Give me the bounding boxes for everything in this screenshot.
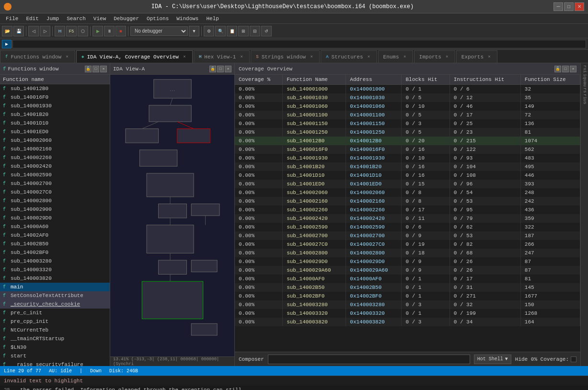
func-item[interactable]: fsub_140002060 <box>0 136 110 145</box>
func-item[interactable]: fsub_140002160 <box>0 145 110 153</box>
coverage-table-container[interactable]: Coverage % Function Name Address Blocks … <box>235 75 580 352</box>
ida-view-float-btn[interactable]: □ <box>217 66 224 72</box>
coverage-row[interactable]: 0.00% sub_140001250 0x140001250 0 / 5 0 … <box>235 128 580 137</box>
coverage-row[interactable]: 0.00% sub_140002060 0x140002060 0 / 8 0 … <box>235 188 580 197</box>
func-item[interactable]: fsub_140002700 <box>0 179 110 188</box>
tb-save-btn[interactable]: 💾 <box>13 26 24 36</box>
col-address[interactable]: Address <box>346 75 402 85</box>
func-item[interactable]: fpre_cpp_init <box>0 317 110 326</box>
composer-input[interactable] <box>268 355 470 364</box>
func-item[interactable]: fsub_14000A60 <box>0 222 110 231</box>
hot-shell-button[interactable]: Hot Shell ▼ <box>474 355 511 364</box>
func-item[interactable]: fsub_14002B50 <box>0 240 110 248</box>
func-item[interactable]: fsub_14001B20 <box>0 110 110 119</box>
tb-extra3[interactable]: 📋 <box>227 26 237 36</box>
tab-structures[interactable]: A Structures × <box>321 50 377 63</box>
func-item[interactable]: fsub_1400029D0 <box>0 214 110 222</box>
coverage-row[interactable]: 0.00% sub_14001ED0 0x14001ED0 0 / 15 0 /… <box>235 180 580 188</box>
func-item[interactable]: fsub_140002900 <box>0 205 110 214</box>
coverage-row[interactable]: 0.00% sub_140001930 0x140001930 0 / 10 0… <box>235 154 580 162</box>
minimize-button[interactable]: ─ <box>553 2 563 11</box>
coverage-row[interactable]: 0.00% sub_140002590 0x140002590 0 / 6 0 … <box>235 223 580 231</box>
tab-exports[interactable]: Exports × <box>456 50 497 63</box>
col-coverage-pct[interactable]: Coverage % <box>235 75 283 85</box>
menu-windows[interactable]: Windows <box>173 15 202 23</box>
tab-close-functions[interactable]: × <box>64 54 70 60</box>
tab-enums[interactable]: Enums × <box>378 50 413 63</box>
func-item[interactable]: fNtCurrentTeb <box>0 326 110 334</box>
tab-close-exports[interactable]: × <box>486 54 492 60</box>
tb-extra4[interactable]: ⊞ <box>238 26 249 36</box>
col-function-name[interactable]: Function Name <box>283 75 346 85</box>
func-item[interactable]: f__tmainCRTStartup <box>0 334 110 343</box>
tab-functions[interactable]: f Functions window × <box>0 50 75 63</box>
tb-hex-btn[interactable]: H <box>55 26 65 36</box>
tb-debugger-dropdown[interactable]: ▼ <box>189 26 199 36</box>
menu-edit[interactable]: Edit <box>22 15 42 23</box>
ida-graph-canvas[interactable]: ... <box>110 75 234 356</box>
menu-debugger[interactable]: Debugger <box>110 15 143 23</box>
func-item[interactable]: fsub_140001930 <box>0 102 110 110</box>
coverage-row[interactable]: 0.00% sub_140003820 0x140003820 0 / 3 0 … <box>235 318 580 326</box>
coverage-row[interactable]: 0.00% sub_140001000 0x140001000 0 / 1 0 … <box>235 85 580 93</box>
coverage-row[interactable]: 0.00% sub_14001D10 0x14001D10 0 / 16 0 /… <box>235 171 580 180</box>
coverage-lock-btn[interactable]: 🔓 <box>554 66 561 72</box>
menu-view[interactable]: View <box>90 15 110 23</box>
func-item[interactable]: fsub_14001ED0 <box>0 127 110 136</box>
tab-close-imports[interactable]: × <box>444 54 450 60</box>
ida-view-lock-btn[interactable]: 🔓 <box>209 66 216 72</box>
coverage-row[interactable]: 0.00% sub_1400016F0 0x1400016F0 0 / 16 0… <box>235 145 580 154</box>
functions-close-btn[interactable]: × <box>100 66 107 72</box>
tab-ida-view[interactable]: ◈ IDA View-A, Coverage Overview × <box>76 50 193 63</box>
tb-graph-btn[interactable]: ⬡ <box>78 26 88 36</box>
coverage-row[interactable]: 0.00% sub_140003320 0x140003320 0 / 1 0 … <box>235 309 580 318</box>
coverage-row[interactable]: 0.00% sub_140001030 0x140001030 0 / 5 0 … <box>235 93 580 102</box>
func-item[interactable]: f__raise_securityfailure <box>0 360 110 366</box>
tab-close-structures[interactable]: × <box>366 54 372 60</box>
func-item[interactable]: fsub_140016F0 <box>0 93 110 102</box>
tb-extra5[interactable]: ⊟ <box>250 26 260 36</box>
col-blocks-hit[interactable]: Blocks Hit <box>402 75 450 85</box>
coverage-close-btn[interactable]: × <box>570 66 576 72</box>
ida-view-close-btn[interactable]: × <box>225 66 231 72</box>
coverage-row[interactable]: 0.00% sub_1400029D0 0x1400029D0 0 / 9 0 … <box>235 257 580 266</box>
coverage-row[interactable]: 0.00% sub_140002260 0x140002260 0 / 17 0… <box>235 206 580 214</box>
coverage-row[interactable]: 0.00% sub_1400027C0 0x1400027C0 0 / 19 0… <box>235 240 580 249</box>
tb-extra1[interactable]: ⚙ <box>204 26 214 36</box>
tab-close-ida[interactable]: × <box>182 54 187 60</box>
tb-open-btn[interactable]: 📂 <box>2 26 12 36</box>
func-item[interactable]: fsub_140002260 <box>0 153 110 162</box>
coverage-row[interactable]: 0.00% sub_140002700 0x140002700 0 / 9 0 … <box>235 231 580 240</box>
coverage-row[interactable]: 0.00% sub_14001B20 0x14001B20 0 / 16 0 /… <box>235 162 580 171</box>
func-item[interactable]: fsub_140012B0 <box>0 84 110 93</box>
coverage-row[interactable]: 0.00% sub_140001060 0x140001060 0 / 10 0… <box>235 102 580 111</box>
functions-lock-btn[interactable]: 🔓 <box>85 66 92 72</box>
func-item[interactable]: fsub_140002590 <box>0 171 110 179</box>
coverage-float-btn[interactable]: □ <box>562 66 569 72</box>
functions-float-btn[interactable]: □ <box>92 66 99 72</box>
tab-imports[interactable]: Imports × <box>414 50 455 63</box>
func-item[interactable]: fpre_c_init <box>0 309 110 317</box>
coverage-row[interactable]: 0.00% sub_140001150 0x140001150 0 / 3 0 … <box>235 119 580 128</box>
coverage-row[interactable]: 0.00% sub_14000AF0 0x14000AF0 0 / 1 0 / … <box>235 275 580 283</box>
menu-file[interactable]: File <box>2 15 22 23</box>
functions-list[interactable]: fsub_140012B0 fsub_140016F0 fsub_1400019… <box>0 84 110 366</box>
tb-extra6[interactable]: ↺ <box>261 26 272 36</box>
tb-forward-btn[interactable]: ▷ <box>40 26 50 36</box>
coverage-row[interactable]: 0.00% sub_140002160 0x140002160 0 / 8 0 … <box>235 197 580 206</box>
close-button[interactable]: ✕ <box>575 2 584 11</box>
func-item[interactable]: fsub_140002800 <box>0 196 110 205</box>
debugger-select[interactable]: No debugger <box>130 26 188 36</box>
tab-hex-view[interactable]: H Hex View-1 × <box>194 50 250 63</box>
func-item[interactable]: fsub_14002BF0 <box>0 248 110 257</box>
tab-close-enums[interactable]: × <box>402 54 408 60</box>
func-item[interactable]: fsub_140003820 <box>0 274 110 283</box>
maximize-button[interactable]: □ <box>564 2 574 11</box>
func-item-main[interactable]: fmain <box>0 283 110 291</box>
coverage-row[interactable]: 0.00% sub_140001100 0x140001100 0 / 5 0 … <box>235 111 580 119</box>
tb-pause-btn[interactable]: ⏸ <box>104 26 115 36</box>
menu-help[interactable]: Help <box>202 15 222 23</box>
menu-search[interactable]: Search <box>63 15 90 23</box>
tb-decompile-btn[interactable]: F5 <box>66 26 77 36</box>
tb-run-btn[interactable]: ▶ <box>92 26 103 36</box>
